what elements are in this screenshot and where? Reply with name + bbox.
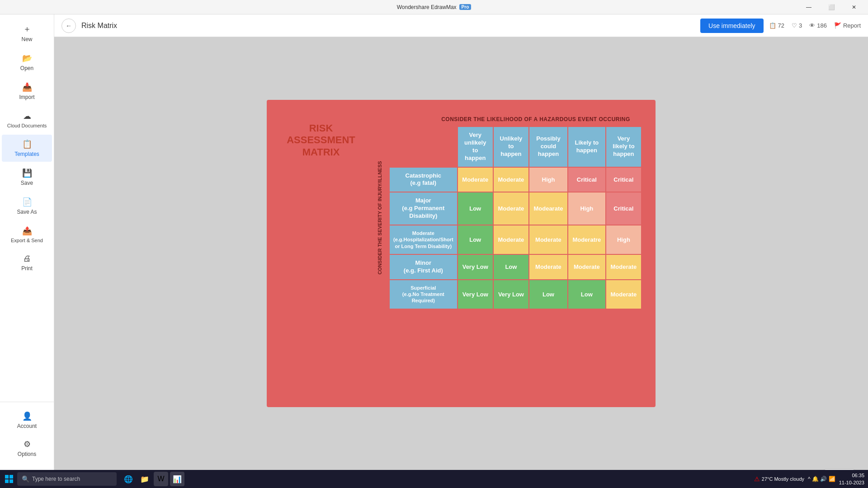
right-panel: ← Risk Matrix Use immediately 📋 72 ♡ 3 👁… <box>54 14 868 470</box>
taskbar-app-explorer[interactable]: 📁 <box>137 472 152 486</box>
preview-header: ← Risk Matrix Use immediately 📋 72 ♡ 3 👁… <box>54 14 868 37</box>
table-row: Catastrophic(e.g fatal) Moderate Moderat… <box>389 167 642 192</box>
cloud-icon: ☁ <box>23 111 31 121</box>
svg-rect-3 <box>9 479 13 483</box>
app-title: Wondershare EdrawMax Pro <box>397 4 472 10</box>
cell-4-3: Low <box>568 280 606 309</box>
sidebar-label-export: Export & Send <box>11 238 43 243</box>
cell-0-4: Critical <box>606 167 642 192</box>
copies-stat: 📋 72 <box>769 22 784 29</box>
weather-text: 27°C Mostly cloudy <box>762 476 804 482</box>
export-icon: 📤 <box>22 226 32 236</box>
cell-1-4: Critical <box>606 192 642 225</box>
search-text: Type here to search <box>32 476 80 482</box>
sidebar-item-saveas[interactable]: 📄 Save As <box>2 192 52 220</box>
sidebar-label-save: Save <box>21 180 33 186</box>
col-header-0: Very unlikelyto happen <box>458 127 493 167</box>
taskbar-weather: ⚠ 27°C Mostly cloudy <box>754 475 804 483</box>
cell-3-0: Very Low <box>458 254 493 280</box>
account-icon: 👤 <box>22 411 32 421</box>
report-icon: 🚩 <box>834 22 841 29</box>
sidebar-label-templates: Templates <box>14 151 39 157</box>
likes-stat: ♡ 3 <box>792 22 802 29</box>
likes-icon: ♡ <box>792 22 797 29</box>
cell-4-0: Very Low <box>458 280 493 309</box>
sidebar-label-import: Import <box>19 94 34 100</box>
templates-icon: 📋 <box>22 139 32 149</box>
row-header-3: Minor(e.g. First Aid) <box>389 254 458 280</box>
time-display: 06:35 <box>839 472 864 479</box>
sidebar-label-new: New <box>21 36 32 42</box>
cell-1-0: Low <box>458 192 493 225</box>
cell-2-4: High <box>606 225 642 254</box>
table-row: Major(e.g Permanent Disability) Low Mode… <box>389 192 642 225</box>
start-button[interactable] <box>2 472 16 486</box>
copies-icon: 📋 <box>769 22 776 29</box>
cell-2-0: Low <box>458 225 493 254</box>
taskbar: 🔍 Type here to search 🌐 📁 W 📊 ⚠ 27°C Mos… <box>0 470 868 488</box>
main-layout: ＋ New 📂 Open 📥 Import ☁ Cloud Documents … <box>0 14 868 470</box>
cell-4-4: Moderate <box>606 280 642 309</box>
close-button[interactable]: ✕ <box>844 1 864 14</box>
cell-2-1: Moderate <box>493 225 529 254</box>
taskbar-search[interactable]: 🔍 Type here to search <box>17 472 117 486</box>
sidebar-item-print[interactable]: 🖨 Print <box>2 249 52 276</box>
cell-1-2: Modearate <box>529 192 568 225</box>
svg-rect-1 <box>9 475 13 479</box>
clock: 06:35 11-10-2023 <box>839 472 864 487</box>
title-bar: Wondershare EdrawMax Pro — ⬜ ✕ <box>0 0 868 14</box>
svg-rect-0 <box>5 475 9 479</box>
cell-1-3: High <box>568 192 606 225</box>
cell-1-1: Moderate <box>493 192 529 225</box>
risk-matrix-table: Very unlikelyto happen Unlikely to happe… <box>389 126 642 310</box>
row-header-1: Major(e.g Permanent Disability) <box>389 192 458 225</box>
save-icon: 💾 <box>22 168 32 178</box>
weather-alert-icon: ⚠ <box>754 475 760 483</box>
preview-title: Risk Matrix <box>81 22 695 30</box>
sidebar-item-options[interactable]: ⚙ Options <box>2 435 52 462</box>
saveas-icon: 📄 <box>22 197 32 207</box>
views-icon: 👁 <box>809 22 815 29</box>
report-stat[interactable]: 🚩 Report <box>834 22 861 29</box>
print-icon: 🖨 <box>23 254 31 263</box>
cell-2-3: Moderatre <box>568 225 606 254</box>
app-name: Wondershare EdrawMax <box>397 4 457 10</box>
sidebar-item-account[interactable]: 👤 Account <box>2 407 52 434</box>
sidebar-label-print: Print <box>21 265 33 272</box>
back-button[interactable]: ← <box>61 19 76 33</box>
copies-count: 72 <box>778 22 784 29</box>
new-icon: ＋ <box>23 23 31 34</box>
col-header-1: Unlikely to happen <box>493 127 529 167</box>
taskbar-app-edraw[interactable]: 📊 <box>170 472 184 486</box>
sidebar-label-options: Options <box>18 451 36 457</box>
taskbar-app-word[interactable]: W <box>154 472 168 486</box>
cell-0-2: High <box>529 167 568 192</box>
cell-3-1: Low <box>493 254 529 280</box>
sidebar-item-templates[interactable]: 📋 Templates <box>2 135 52 162</box>
table-row: Superficial(e.g.No TreatmentRequired) Ve… <box>389 280 642 309</box>
header-stats: 📋 72 ♡ 3 👁 186 🚩 Report <box>769 22 861 29</box>
report-label: Report <box>843 22 861 29</box>
date-display: 11-10-2023 <box>839 479 864 487</box>
sidebar-item-save[interactable]: 💾 Save <box>2 164 52 191</box>
window-controls: — ⬜ ✕ <box>798 1 864 14</box>
sidebar-item-cloud[interactable]: ☁ Cloud Documents <box>2 107 52 133</box>
sidebar-item-export[interactable]: 📤 Export & Send <box>2 221 52 248</box>
maximize-button[interactable]: ⬜ <box>821 1 842 14</box>
taskbar-app-browser[interactable]: 🌐 <box>121 472 136 486</box>
use-immediately-button[interactable]: Use immediately <box>700 19 763 33</box>
col-header-4: Very likely tohappen <box>606 127 642 167</box>
system-tray: ^ 🔔 🔊 📶 <box>808 476 835 482</box>
cell-4-1: Very Low <box>493 280 529 309</box>
minimize-button[interactable]: — <box>798 1 819 14</box>
sidebar-label-account: Account <box>17 423 37 429</box>
sidebar-item-open[interactable]: 📂 Open <box>2 49 52 76</box>
sidebar-item-new[interactable]: ＋ New <box>2 19 52 47</box>
sidebar-item-import[interactable]: 📥 Import <box>2 78 52 105</box>
cell-4-2: Low <box>529 280 568 309</box>
tray-icons: ^ 🔔 🔊 📶 <box>808 476 835 482</box>
cell-0-1: Moderate <box>493 167 529 192</box>
taskbar-right: ⚠ 27°C Mostly cloudy ^ 🔔 🔊 📶 06:35 11-10… <box>754 472 864 487</box>
sidebar-label-open: Open <box>20 65 33 71</box>
col-header-3: Likely tohappen <box>568 127 606 167</box>
